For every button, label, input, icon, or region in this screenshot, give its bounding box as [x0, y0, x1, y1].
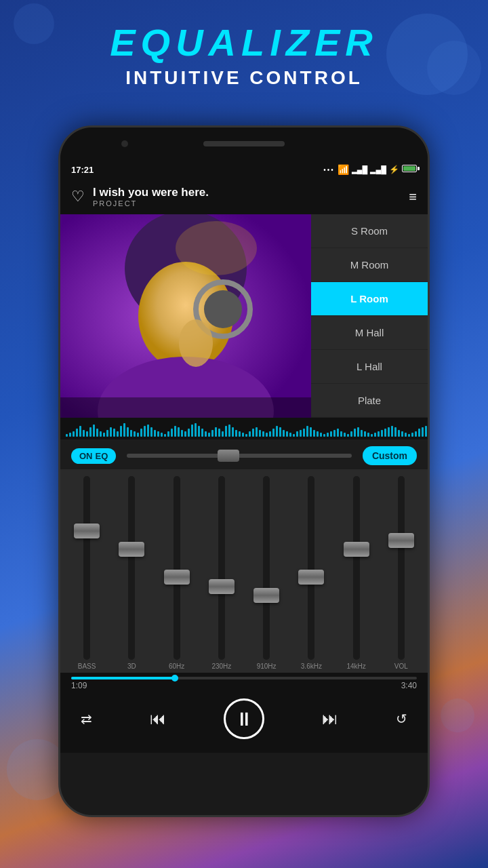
eq-option-mhall[interactable]: M Hall: [311, 316, 428, 350]
slider-track-3.6khz[interactable]: [308, 476, 314, 660]
on-label: ON: [79, 451, 93, 461]
progress-thumb: [171, 675, 178, 682]
slider-track-14khz[interactable]: [353, 476, 360, 660]
app-title: EQUALIZER: [0, 20, 488, 64]
eq-option-lhall[interactable]: L Hall: [311, 350, 428, 384]
song-title: I wish you were here.: [93, 186, 409, 199]
song-info: I wish you were here. PROJECT: [93, 186, 409, 208]
eq-slider-thumb[interactable]: [218, 450, 239, 462]
signal2-icon: ▂▄█: [370, 165, 386, 174]
slider-col-3d: 3D: [110, 476, 152, 670]
svg-point-6: [179, 319, 213, 367]
camera: [121, 140, 128, 147]
waveform: [60, 418, 428, 439]
eq-label: EQ: [96, 451, 108, 461]
slider-track-910hz[interactable]: [263, 476, 270, 660]
lightning-icon: ⚡: [389, 165, 399, 174]
battery-icon: [402, 165, 417, 174]
menu-icon[interactable]: ≡: [409, 189, 417, 205]
slider-label-3d: 3D: [127, 663, 136, 670]
slider-thumb-vol[interactable]: [388, 533, 414, 548]
progress-section: 1:09 3:40: [60, 673, 428, 692]
slider-col-910hz: 910Hz: [245, 476, 287, 670]
pause-button[interactable]: ⏸: [224, 698, 264, 739]
status-time: 17:21: [71, 165, 94, 175]
eq-preset-dropdown: S Room M Room L Room M Hall L Hall Plate: [311, 214, 428, 418]
slider-col-60hz: 60Hz: [156, 476, 198, 670]
now-playing-bar: ♡ I wish you were here. PROJECT ≡: [60, 179, 428, 214]
slider-thumb-14khz[interactable]: [344, 542, 369, 557]
slider-track-bass[interactable]: [83, 476, 90, 660]
next-button[interactable]: ⏭: [322, 709, 338, 728]
prev-button[interactable]: ⏮: [150, 709, 166, 728]
slider-label-230hz: 230Hz: [211, 663, 231, 670]
eq-on-badge[interactable]: ON EQ: [71, 448, 116, 464]
status-bar: 17:21 ••• 📶 ▂▄█ ▂▄█ ⚡: [60, 160, 428, 179]
slider-col-230hz: 230Hz: [201, 476, 243, 670]
slider-label-3.6khz: 3.6kHz: [301, 663, 322, 670]
slider-label-vol: VOL: [394, 663, 408, 670]
player-controls: ⇄ ⏮ ⏸ ⏭ ↺: [60, 692, 428, 753]
phone-notch: [60, 127, 428, 160]
progress-fill: [71, 677, 175, 679]
speaker: [203, 141, 285, 146]
slider-thumb-3.6khz[interactable]: [298, 570, 324, 585]
shuffle-button[interactable]: ⇄: [81, 711, 92, 727]
eq-option-plate[interactable]: Plate: [311, 384, 428, 418]
slider-thumb-230hz[interactable]: [209, 579, 235, 594]
slider-thumb-60hz[interactable]: [164, 570, 190, 585]
pause-icon: ⏸: [235, 708, 253, 730]
app-subtitle: INTUITIVE CONTROL: [0, 67, 488, 89]
slider-label-bass: BASS: [78, 663, 96, 670]
total-time: 3:40: [401, 681, 417, 690]
slider-col-bass: BASS: [66, 476, 108, 670]
progress-track[interactable]: [71, 677, 417, 679]
eq-option-sroom[interactable]: S Room: [311, 214, 428, 248]
current-time: 1:09: [71, 681, 87, 690]
svg-point-5: [204, 290, 242, 328]
slider-thumb-3d[interactable]: [119, 542, 144, 557]
slider-col-3.6khz: 3.6kHz: [290, 476, 332, 670]
slider-track-3d[interactable]: [128, 476, 135, 660]
slider-label-14khz: 14kHz: [346, 663, 365, 670]
app-header: EQUALIZER INTUITIVE CONTROL: [0, 0, 488, 102]
album-art: // Will be handled by inline generation …: [60, 214, 311, 418]
eq-option-lroom[interactable]: L Room: [311, 282, 428, 316]
phone-frame: 17:21 ••• 📶 ▂▄█ ▂▄█ ⚡ ♡ I wish you were …: [58, 125, 430, 817]
slider-track-vol[interactable]: [398, 476, 405, 660]
slider-track-230hz[interactable]: [218, 476, 225, 660]
status-icons: ••• 📶 ▂▄█ ▂▄█ ⚡: [323, 164, 417, 175]
signal-icon: ▂▄█: [352, 165, 368, 174]
eq-option-mroom[interactable]: M Room: [311, 248, 428, 282]
album-dropdown-row: // Will be handled by inline generation …: [60, 214, 428, 418]
slider-label-60hz: 60Hz: [169, 663, 184, 670]
slider-col-14khz: 14kHz: [336, 476, 378, 670]
wifi-icon: 📶: [338, 164, 349, 175]
dots-icon: •••: [323, 166, 335, 174]
slider-thumb-910hz[interactable]: [253, 588, 279, 603]
svg-point-7: [176, 221, 257, 275]
eq-controls: ON EQ Custom: [60, 439, 428, 469]
eq-sliders-panel: BASS3D60Hz230Hz910Hz3.6kHz14kHzVOL: [60, 469, 428, 673]
song-project: PROJECT: [93, 199, 409, 208]
repeat-button[interactable]: ↺: [396, 711, 407, 727]
favorite-icon[interactable]: ♡: [71, 188, 85, 205]
slider-col-vol: VOL: [380, 476, 422, 670]
slider-track-60hz[interactable]: [174, 476, 180, 660]
slider-thumb-bass[interactable]: [74, 524, 100, 538]
progress-times: 1:09 3:40: [71, 681, 417, 690]
slider-label-910hz: 910Hz: [257, 663, 277, 670]
custom-button[interactable]: Custom: [363, 446, 417, 465]
eq-master-slider[interactable]: [127, 454, 352, 458]
album-art-image: [60, 214, 311, 418]
